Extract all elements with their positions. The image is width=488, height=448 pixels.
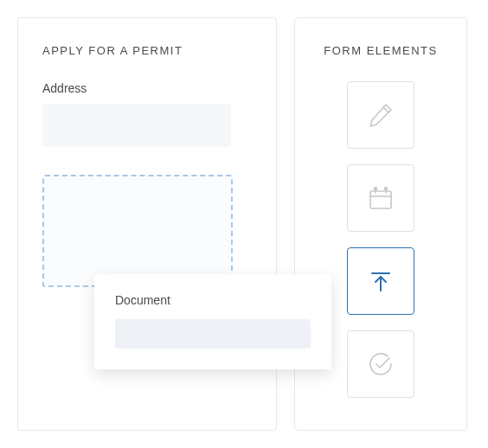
- calendar-icon: [365, 182, 396, 214]
- form-title: APPLY FOR A PERMIT: [42, 44, 252, 57]
- form-builder-canvas: APPLY FOR A PERMIT Address Document: [17, 17, 277, 431]
- palette-title: FORM ELEMENTS: [319, 44, 442, 57]
- dragged-element-card[interactable]: Document: [94, 274, 331, 369]
- document-upload-field[interactable]: [115, 319, 311, 349]
- check-circle-icon: [365, 349, 396, 380]
- svg-rect-0: [370, 191, 391, 208]
- element-file-upload[interactable]: [347, 247, 414, 315]
- address-label: Address: [42, 81, 252, 95]
- document-label: Document: [115, 293, 311, 307]
- element-checkbox[interactable]: [347, 330, 414, 398]
- element-date-picker[interactable]: [347, 164, 414, 232]
- element-text-input[interactable]: [347, 81, 414, 149]
- form-dropzone[interactable]: [42, 175, 233, 287]
- pencil-icon: [366, 100, 395, 130]
- upload-icon: [366, 266, 395, 296]
- address-input[interactable]: [42, 104, 231, 147]
